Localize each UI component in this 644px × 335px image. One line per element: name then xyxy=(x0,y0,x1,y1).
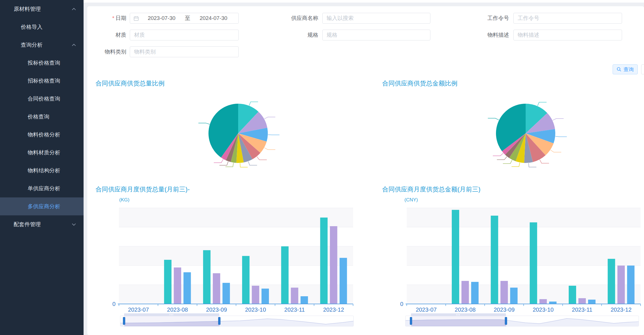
bar-2023-10-s0 xyxy=(530,222,537,304)
bar-2023-11-s2 xyxy=(588,300,596,304)
bar-2023-09-s2 xyxy=(510,288,518,304)
pie-label-leader-line xyxy=(248,162,257,165)
sidebar-item-label: 投标价格查询 xyxy=(28,60,60,66)
supplier-name-fieldbox xyxy=(322,13,430,24)
pie-amount-title: 合同供应商供货总金额比例 xyxy=(382,79,457,88)
x-axis-label: 2023-11 xyxy=(572,307,592,313)
bar-2023-12-s1 xyxy=(330,226,337,304)
sidebar-item-label: 查询分析 xyxy=(21,42,42,48)
material-input[interactable] xyxy=(130,30,238,40)
bar-2023-08-s0 xyxy=(452,210,459,304)
bar-2023-12-s1 xyxy=(617,265,625,304)
datazoom-right-handle[interactable] xyxy=(218,317,220,325)
pie-label-leader-line xyxy=(538,102,547,106)
x-axis-label: 2023-10 xyxy=(533,307,554,313)
bar-2023-12-s0 xyxy=(320,218,328,304)
datazoom-move-bar[interactable] xyxy=(124,313,219,316)
datazoom-slider-amount[interactable] xyxy=(405,313,639,327)
chevron-up-icon xyxy=(72,7,76,11)
sidebar-item-5[interactable]: 合同价格查询 xyxy=(0,90,84,108)
material-fieldbox xyxy=(130,30,239,40)
work-order-input[interactable] xyxy=(514,13,622,23)
sidebar-item-label: 价格导入 xyxy=(21,24,42,30)
sidebar-item-label: 物料价格分析 xyxy=(28,132,60,138)
sidebar-item-4[interactable]: 招标价格查询 xyxy=(0,72,84,90)
datazoom-move-bar[interactable] xyxy=(411,313,506,316)
y-axis-zero-label: 0 xyxy=(112,301,116,307)
sidebar-item-3[interactable]: 投标价格查询 xyxy=(0,54,84,72)
pie-label-leader-line xyxy=(550,150,561,152)
datazoom-selected-range[interactable] xyxy=(124,316,219,326)
date-separator: 至 xyxy=(184,15,191,22)
pie-label-leader-line xyxy=(214,159,223,163)
pie-label-leader-line xyxy=(257,157,267,160)
bar-chart-monthly-volume[interactable]: 2023-072023-082023-092023-102023-112023-… xyxy=(108,199,362,313)
x-axis-label: 2023-12 xyxy=(611,307,631,313)
partially-visible-button[interactable] xyxy=(641,64,644,74)
sidebar-item-2[interactable]: 查询分析 xyxy=(0,36,84,54)
date-end-value[interactable]: 2024-07-30 xyxy=(192,15,235,21)
bar-2023-10-s2 xyxy=(549,302,556,304)
pie-chart-supply-volume[interactable] xyxy=(184,94,292,174)
date-range-picker[interactable]: 2023-07-30 至 2024-07-30 xyxy=(130,13,239,24)
sidebar-item-label: 原材料管理 xyxy=(14,6,41,12)
sidebar-item-label: 物料材质分析 xyxy=(28,150,60,156)
datazoom-selected-range[interactable] xyxy=(411,316,506,326)
x-axis-label: 2023-07 xyxy=(128,307,149,313)
sidebar-menu: 原材料管理价格导入查询分析投标价格查询招标价格查询合同价格查询价格查询物料价格分… xyxy=(0,0,84,335)
sidebar-item-11[interactable]: 多供应商分析 xyxy=(0,197,84,215)
datazoom-right-handle[interactable] xyxy=(505,317,507,325)
bar-2023-09-s2 xyxy=(222,283,230,304)
y-axis-zero-label: 0 xyxy=(400,301,403,307)
spec-input[interactable] xyxy=(323,30,430,40)
sidebar-item-12[interactable]: 配套件管理 xyxy=(0,215,84,233)
calendar-icon xyxy=(133,16,139,21)
bar-2023-09-s0 xyxy=(203,250,210,304)
x-axis-label: 2023-11 xyxy=(284,307,305,313)
supplier-name-input[interactable] xyxy=(323,13,430,23)
sidebar-item-10[interactable]: 单供应商分析 xyxy=(0,179,84,197)
pie-label-leader-line xyxy=(497,157,507,160)
pie-volume-title: 合同供应商供货总量比例 xyxy=(96,79,165,88)
pie-label-leader-line xyxy=(268,135,280,135)
material-category-label: 物料类别 xyxy=(99,46,126,57)
x-axis-label: 2023-09 xyxy=(494,307,515,313)
pie-label-leader-line xyxy=(488,118,499,120)
pie-label-leader-line xyxy=(528,163,536,167)
datazoom-left-handle[interactable] xyxy=(123,317,125,325)
bar-2023-11-s1 xyxy=(578,298,586,304)
query-button[interactable]: 查询 xyxy=(613,64,638,74)
bar-volume-title: 合同供应商月度供货总量(月前三)- xyxy=(96,185,190,194)
sidebar-item-6[interactable]: 价格查询 xyxy=(0,108,84,126)
sidebar-item-label: 单供应商分析 xyxy=(28,185,60,191)
sidebar-item-0[interactable]: 原材料管理 xyxy=(0,0,84,18)
x-axis-label: 2023-08 xyxy=(167,307,188,313)
bar-2023-08-s2 xyxy=(183,272,191,304)
pie-label-leader-line xyxy=(249,102,258,105)
pie-label-leader-line xyxy=(264,148,275,150)
pie-label-leader-line xyxy=(240,163,248,167)
date-label: *日期 xyxy=(99,13,126,24)
pie-label-leader-line xyxy=(493,153,503,156)
pie-chart-supply-amount[interactable] xyxy=(471,94,580,174)
sidebar-item-label: 价格查询 xyxy=(28,114,49,120)
date-start-value[interactable]: 2023-07-30 xyxy=(140,15,183,21)
bar-2023-08-s1 xyxy=(461,281,469,304)
material-desc-input[interactable] xyxy=(514,30,622,40)
material-category-input[interactable] xyxy=(130,47,238,57)
sidebar-item-9[interactable]: 物料结构分析 xyxy=(0,162,84,179)
bar-2023-11-s1 xyxy=(291,288,298,304)
sidebar-item-1[interactable]: 价格导入 xyxy=(0,18,84,36)
datazoom-slider-volume[interactable] xyxy=(120,313,354,327)
spec-label: 规格 xyxy=(276,30,318,40)
search-icon xyxy=(617,67,621,72)
work-order-label: 工作令号 xyxy=(466,13,509,24)
bar-2023-08-s2 xyxy=(471,282,479,304)
sidebar-item-7[interactable]: 物料价格分析 xyxy=(0,126,84,144)
datazoom-left-handle[interactable] xyxy=(410,317,412,325)
sidebar-item-8[interactable]: 物料材质分析 xyxy=(0,144,84,162)
multi-supplier-analysis-page: 原材料管理价格导入查询分析投标价格查询招标价格查询合同价格查询价格查询物料价格分… xyxy=(0,0,644,335)
bar-chart-monthly-amount[interactable]: 2023-072023-082023-092023-102023-112023-… xyxy=(395,199,644,313)
chevron-up-icon xyxy=(72,43,76,47)
sidebar-item-label: 多供应商分析 xyxy=(28,203,60,209)
